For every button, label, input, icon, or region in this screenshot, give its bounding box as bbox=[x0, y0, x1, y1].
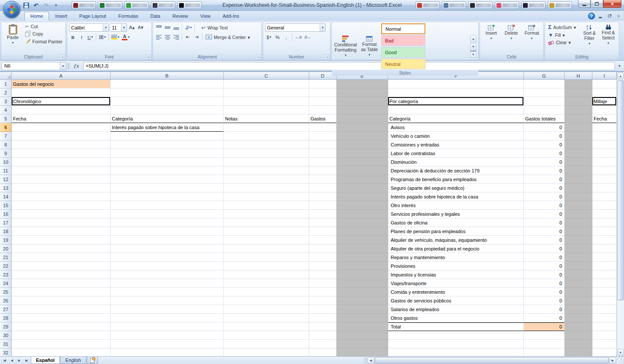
cell-D11[interactable] bbox=[309, 166, 337, 175]
cell-C7[interactable] bbox=[224, 132, 309, 140]
app-button[interactable] bbox=[415, 1, 440, 9]
tab-split-handle[interactable] bbox=[364, 358, 366, 363]
italic-button[interactable]: I bbox=[78, 33, 85, 41]
cell-C1[interactable] bbox=[224, 80, 309, 88]
cell-H30[interactable] bbox=[565, 331, 592, 340]
cell-G11[interactable]: 0 bbox=[524, 166, 565, 175]
cell-F4[interactable] bbox=[388, 106, 524, 114]
cell-E16[interactable] bbox=[337, 210, 388, 218]
cell-A15[interactable] bbox=[12, 201, 111, 210]
cell-E2[interactable] bbox=[337, 88, 388, 97]
scroll-down-button[interactable]: ▼ bbox=[617, 349, 624, 356]
cell-H8[interactable] bbox=[565, 140, 592, 149]
ribbon-tab-data[interactable]: Data bbox=[144, 12, 166, 21]
format-as-table-button[interactable]: Format as Table ▾ bbox=[359, 35, 380, 58]
cell-D17[interactable] bbox=[309, 218, 337, 227]
cell-G13[interactable]: 0 bbox=[524, 184, 565, 192]
cell-I15[interactable] bbox=[592, 201, 617, 210]
accounting-format-button[interactable]: $▾ bbox=[265, 33, 273, 41]
cell-C22[interactable] bbox=[224, 262, 309, 270]
percent-style-button[interactable]: % bbox=[274, 33, 281, 41]
row-header-19[interactable]: 19 bbox=[0, 236, 12, 244]
cell-A31[interactable] bbox=[12, 340, 111, 348]
vertical-scroll-thumb[interactable] bbox=[617, 80, 624, 300]
cell-H14[interactable] bbox=[565, 192, 592, 201]
cell-G27[interactable]: 0 bbox=[524, 305, 565, 314]
row-header-18[interactable]: 18 bbox=[0, 227, 12, 236]
font-size-combo[interactable]: 11▾ bbox=[110, 23, 127, 32]
cell-B4[interactable] bbox=[111, 106, 224, 114]
app-button[interactable] bbox=[124, 1, 149, 9]
cell-D8[interactable] bbox=[309, 140, 337, 149]
cell-H26[interactable] bbox=[565, 296, 592, 305]
redo-button[interactable]: ↷ bbox=[42, 1, 50, 10]
column-header-C[interactable]: C bbox=[224, 72, 309, 80]
ribbon-tab-page-layout[interactable]: Page Layout bbox=[73, 12, 112, 21]
cell-I9[interactable] bbox=[592, 149, 617, 158]
cell-D13[interactable] bbox=[309, 184, 337, 192]
cell-B9[interactable] bbox=[111, 149, 224, 158]
cell-H2[interactable] bbox=[565, 88, 592, 97]
cell-D31[interactable] bbox=[309, 340, 337, 348]
cell-C26[interactable] bbox=[224, 296, 309, 305]
clear-button[interactable]: Clear▾ bbox=[547, 39, 579, 46]
cell-B20[interactable] bbox=[111, 244, 224, 253]
cell-G9[interactable]: 0 bbox=[524, 149, 565, 158]
borders-button[interactable]: ⊞▾ bbox=[98, 33, 107, 41]
cell-B25[interactable] bbox=[111, 288, 224, 296]
cell-D10[interactable] bbox=[309, 158, 337, 166]
cell-D22[interactable] bbox=[309, 262, 337, 270]
cell-H28[interactable] bbox=[565, 314, 592, 322]
row-header-25[interactable]: 25 bbox=[0, 288, 12, 296]
workbook-minimize-button[interactable] bbox=[597, 13, 604, 19]
scroll-left-button[interactable]: ◀ bbox=[367, 357, 374, 364]
cell-D20[interactable] bbox=[309, 244, 337, 253]
cell-B10[interactable] bbox=[111, 158, 224, 166]
cell-D12[interactable] bbox=[309, 175, 337, 184]
cell-G3[interactable] bbox=[524, 97, 565, 106]
cell-I28[interactable] bbox=[592, 314, 617, 322]
cell-E14[interactable] bbox=[337, 192, 388, 201]
app-button[interactable] bbox=[151, 1, 175, 9]
cell-D25[interactable] bbox=[309, 288, 337, 296]
workbook-close-button[interactable]: × bbox=[615, 13, 622, 19]
formula-bar-splitter[interactable] bbox=[68, 63, 69, 69]
cell-F30[interactable] bbox=[388, 331, 524, 340]
cell-G19[interactable]: 0 bbox=[524, 236, 565, 244]
cell-C29[interactable] bbox=[224, 322, 309, 331]
align-center-button[interactable] bbox=[163, 33, 171, 41]
format-cells-button[interactable]: Format ▾ bbox=[522, 23, 542, 53]
scroll-right-button[interactable]: ▶ bbox=[609, 357, 616, 364]
cell-B8[interactable] bbox=[111, 140, 224, 149]
cell-E12[interactable] bbox=[337, 175, 388, 184]
cell-I26[interactable] bbox=[592, 296, 617, 305]
cell-A23[interactable] bbox=[12, 270, 111, 279]
cell-H6[interactable] bbox=[565, 123, 592, 132]
cell-E11[interactable] bbox=[337, 166, 388, 175]
row-header-13[interactable]: 13 bbox=[0, 184, 12, 192]
last-sheet-button[interactable]: ▶| bbox=[23, 358, 30, 364]
cell-E10[interactable] bbox=[337, 158, 388, 166]
cell-B28[interactable] bbox=[111, 314, 224, 322]
row-header-10[interactable]: 10 bbox=[0, 158, 12, 166]
cell-E1[interactable] bbox=[337, 80, 388, 88]
row-header-5[interactable]: 5 bbox=[0, 114, 12, 123]
cell-D6[interactable] bbox=[309, 123, 337, 132]
app-button[interactable] bbox=[177, 1, 202, 9]
cell-B12[interactable] bbox=[111, 175, 224, 184]
grow-font-button[interactable]: A▴ bbox=[128, 23, 136, 32]
cell-D26[interactable] bbox=[309, 296, 337, 305]
cell-B13[interactable] bbox=[111, 184, 224, 192]
cell-F23[interactable]: Impuestos y licensias bbox=[388, 270, 524, 279]
cell-H13[interactable] bbox=[565, 184, 592, 192]
cell-D14[interactable] bbox=[309, 192, 337, 201]
cell-I2[interactable] bbox=[592, 88, 617, 97]
row-header-8[interactable]: 8 bbox=[0, 140, 12, 149]
row-header-4[interactable]: 4 bbox=[0, 106, 12, 114]
cell-C23[interactable] bbox=[224, 270, 309, 279]
cell-G8[interactable]: 0 bbox=[524, 140, 565, 149]
insert-function-button[interactable]: ƒx bbox=[71, 62, 82, 70]
cell-I17[interactable] bbox=[592, 218, 617, 227]
office-button[interactable] bbox=[3, 1, 20, 18]
cell-G7[interactable]: 0 bbox=[524, 132, 565, 140]
